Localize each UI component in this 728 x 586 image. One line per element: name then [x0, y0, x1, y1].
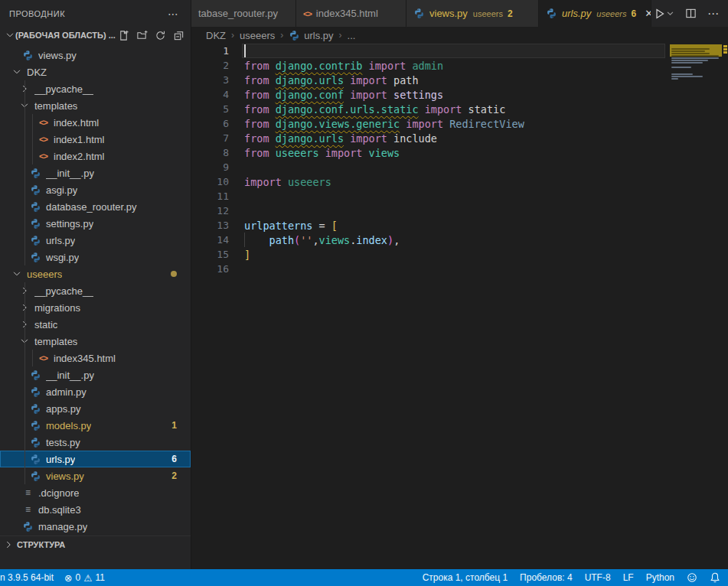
tree-item-database-roouter-py[interactable]: database_roouter.py — [0, 198, 191, 215]
minimap-line — [671, 67, 691, 68]
tree-item-static[interactable]: static — [0, 316, 191, 333]
tree-item-index345-html[interactable]: <>index345.html — [0, 350, 191, 366]
status-item-пробелов-4[interactable]: Пробелов: 4 — [520, 572, 573, 583]
tab-views-py[interactable]: views.pyuseeers2 — [406, 0, 539, 27]
tree-item-urls-py[interactable]: urls.py — [0, 232, 191, 249]
indent-guide — [24, 232, 25, 249]
tree-item-index1-html[interactable]: <>index1.html — [0, 131, 191, 148]
refresh-button[interactable] — [155, 30, 166, 41]
line-number: 5 — [191, 103, 229, 115]
tree-item-views-py[interactable]: views.py — [0, 47, 191, 63]
tree-item-useeers[interactable]: useeers — [0, 265, 191, 282]
code-editor[interactable]: 12from django.contrib import admin3from … — [191, 44, 667, 569]
python-interpreter-status[interactable]: n 3.9.5 64-bit — [0, 572, 54, 583]
code-line-16[interactable]: 16 — [191, 262, 667, 276]
tab-tabase-roouter-py[interactable]: tabase_roouter.py — [191, 0, 296, 27]
indent-guide — [24, 215, 25, 232]
line-number: 8 — [191, 147, 229, 158]
html-file-icon: <> — [37, 135, 50, 144]
tree-item-templates[interactable]: templates — [0, 333, 191, 350]
tree-item-asgi-py[interactable]: asgi.py — [0, 181, 191, 198]
py-file-icon — [546, 8, 557, 19]
tree-item-migrations[interactable]: migrations — [0, 299, 191, 316]
tab-directory-hint: useeers — [473, 9, 503, 18]
tree-item-urls-py[interactable]: urls.py6 — [0, 451, 191, 467]
run-button[interactable] — [654, 8, 674, 20]
new-folder-button[interactable] — [136, 30, 148, 41]
tree-item-index2-html[interactable]: <>index2.html — [0, 148, 191, 164]
py-icon — [30, 420, 41, 431]
notifications-bell-button[interactable] — [710, 572, 720, 583]
line-number: 13 — [191, 220, 229, 231]
overview-warning-mark — [723, 48, 727, 50]
minimap[interactable] — [670, 44, 722, 135]
code-line-5[interactable]: 5from django.conf.urls.static import sta… — [191, 102, 667, 116]
code-line-3[interactable]: 3from django.urls import path — [191, 73, 667, 87]
workspace-section-header[interactable]: (РАБОЧАЯ ОБЛАСТЬ) ... — [0, 27, 191, 44]
code-line-10[interactable]: 10import useeers — [191, 174, 667, 189]
code-line-14[interactable]: 14 path('',views.index), — [191, 233, 667, 247]
problems-status[interactable]: ⊗ 0 ⚠ 11 — [64, 572, 105, 584]
tree-item-label: asgi.py — [46, 184, 77, 196]
code-line-11[interactable]: 11 — [191, 189, 667, 203]
new-file-button[interactable] — [118, 30, 129, 41]
tree-item-init-py[interactable]: __init__.py — [0, 366, 191, 383]
code-line-12[interactable]: 12 — [191, 203, 667, 218]
collapse-all-button[interactable] — [173, 30, 184, 41]
code-line-6[interactable]: 6from django.views.generic import Redire… — [191, 116, 667, 131]
tree-item-models-py[interactable]: models.py1 — [0, 417, 191, 434]
tree-item-wsgi-py[interactable]: wsgi.py — [0, 249, 191, 265]
tree-item-tests-py[interactable]: tests.py — [0, 434, 191, 451]
tree-item-pycache[interactable]: __pycache__ — [0, 80, 191, 97]
tree-item-views-py[interactable]: views.py2 — [0, 467, 191, 484]
tree-item-init-py[interactable]: __init__.py — [0, 164, 191, 181]
status-item-строка-1-столбец-1[interactable]: Строка 1, столбец 1 — [423, 572, 508, 583]
breadcrumb-item-dkz[interactable]: DKZ — [206, 30, 226, 41]
overview-ruler[interactable] — [723, 44, 728, 135]
breadcrumb-item-useeers[interactable]: useeers — [240, 30, 275, 41]
status-item-lf[interactable]: LF — [623, 572, 634, 583]
indent-guide — [24, 198, 25, 215]
tree-item-dcignore[interactable]: ≡.dcignore — [0, 484, 191, 501]
explorer-more-button[interactable]: ⋯ — [165, 8, 181, 20]
breadcrumb-item-urls-py[interactable]: urls.py — [289, 30, 333, 41]
overview-warning-mark — [723, 45, 727, 47]
code-line-2[interactable]: 2from django.contrib import admin — [191, 58, 667, 73]
indent-guide — [24, 434, 25, 451]
line-text: import useeers — [244, 176, 331, 188]
code-line-9[interactable]: 9 — [191, 160, 667, 174]
indent-guide — [24, 333, 25, 350]
code-line-13[interactable]: 13urlpatterns = [ — [191, 218, 667, 233]
tab-label: urls.py — [562, 8, 591, 19]
py-icon — [30, 386, 41, 398]
tree-item-pycache[interactable]: __pycache__ — [0, 282, 191, 299]
tree-item-index-html[interactable]: <>index.html — [0, 114, 191, 131]
status-item-python[interactable]: Python — [646, 572, 674, 583]
tree-item-db-sqlite3[interactable]: ≡db.sqlite3 — [0, 501, 191, 518]
status-item-utf-8[interactable]: UTF-8 — [585, 572, 611, 583]
code-line-8[interactable]: 8from useeers import views — [191, 145, 667, 160]
more-actions-button[interactable]: ⋯ — [707, 7, 719, 21]
split-editor-button[interactable] — [685, 8, 697, 19]
tree-item-label: migrations — [34, 302, 80, 314]
close-icon[interactable]: ✕ — [643, 8, 651, 19]
tree-item-manage-py[interactable]: manage.py — [0, 518, 191, 535]
code-line-7[interactable]: 7from django.urls import include — [191, 131, 667, 145]
tab-urls-py[interactable]: urls.pyuseeers6✕ — [539, 0, 651, 27]
tab-index345-html[interactable]: <>index345.html — [296, 0, 406, 27]
tree-item-settings-py[interactable]: settings.py — [0, 215, 191, 232]
code-line-4[interactable]: 4from django.conf import settings — [191, 87, 667, 102]
tree-item-apps-py[interactable]: apps.py — [0, 400, 191, 417]
feedback-button[interactable] — [687, 572, 697, 583]
code-line-15[interactable]: 15] — [191, 247, 667, 262]
outline-label: СТРУКТУРА — [17, 540, 65, 549]
breadcrumb-item--[interactable]: ... — [348, 30, 356, 41]
tree-item-dkz[interactable]: DKZ — [0, 63, 191, 80]
outline-section-header[interactable]: СТРУКТУРА — [0, 536, 191, 552]
problems-badge: 2 — [171, 470, 177, 481]
code-line-1[interactable]: 1 — [191, 44, 667, 58]
tree-item-templates[interactable]: templates — [0, 97, 191, 114]
tree-item-label: index.html — [54, 117, 99, 129]
tree-item-admin-py[interactable]: admin.py — [0, 383, 191, 400]
line-text: path('',views.index), — [244, 234, 400, 246]
